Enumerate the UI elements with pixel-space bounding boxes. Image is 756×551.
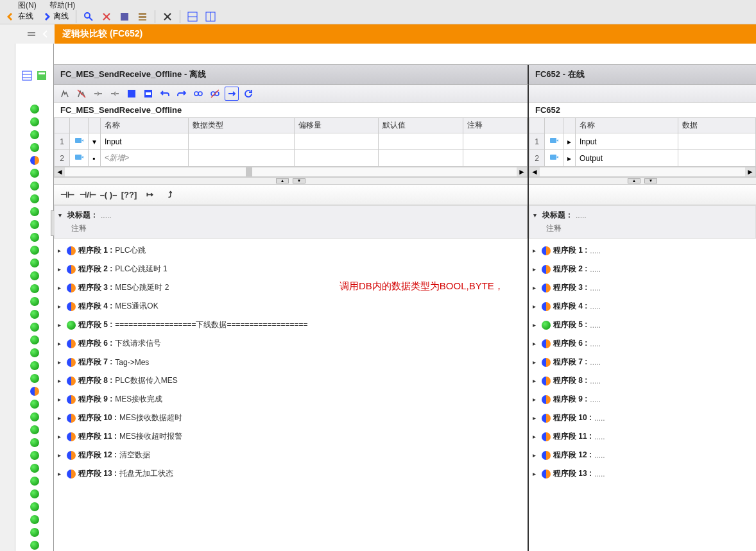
collapse-icon[interactable]: ▾	[58, 212, 65, 219]
lad-contact-nc[interactable]: ⊣/⊢	[78, 187, 98, 203]
table-view-icon[interactable]	[22, 71, 32, 81]
status-dot[interactable]	[30, 412, 39, 421]
expand-icon[interactable]: ▸	[533, 433, 539, 440]
lad-box[interactable]: [??]	[119, 187, 139, 203]
scroll-left-icon[interactable]: ◄	[55, 167, 65, 176]
lad-contact-no[interactable]: ⊣⊢	[58, 187, 77, 203]
expand-icon[interactable]: ▸	[533, 452, 539, 459]
et-btn-6[interactable]	[141, 87, 155, 101]
var-row[interactable]: 1▸Input	[529, 133, 756, 150]
network-row[interactable]: ▸程序段 10 : .....	[529, 409, 756, 427]
expand-icon[interactable]: ▸	[533, 470, 539, 477]
expand-icon[interactable]: ▸	[533, 396, 539, 403]
et-btn-3[interactable]	[91, 87, 105, 101]
scroll-thumb[interactable]	[246, 167, 252, 176]
network-row[interactable]: ▸程序段 2 : PLC心跳延时 1	[54, 260, 528, 278]
expand-icon[interactable]: ▸	[563, 150, 576, 167]
et-btn-5[interactable]	[125, 87, 139, 101]
network-row[interactable]: ▸程序段 7 : .....	[529, 353, 756, 371]
status-dot[interactable]	[30, 323, 39, 332]
expand-icon[interactable]: ▸	[58, 396, 64, 403]
col-name[interactable]: 名称	[576, 118, 678, 133]
network-row[interactable]: ▸程序段 10 : MES接收数据超时	[54, 409, 528, 427]
status-dot[interactable]	[30, 284, 39, 293]
var-row[interactable]: 1▾Input	[55, 133, 528, 150]
expand-icon[interactable]: ▸	[533, 266, 539, 273]
lad-branch[interactable]: ↦	[140, 187, 159, 203]
scroll-left-icon[interactable]: ◄	[529, 167, 540, 176]
layout-btn-2[interactable]	[203, 10, 218, 23]
var-row[interactable]: 2▪<新增>	[55, 150, 528, 167]
splitter[interactable]: ▴▾	[54, 177, 528, 185]
expand-icon[interactable]: ▸	[58, 452, 64, 459]
toolbar-btn-2[interactable]	[99, 10, 114, 23]
detail-view-icon[interactable]	[37, 71, 47, 81]
status-dot[interactable]	[30, 156, 39, 165]
status-dot[interactable]	[30, 489, 39, 498]
toolbar-btn-4[interactable]	[135, 10, 150, 23]
status-dot[interactable]	[30, 182, 39, 191]
network-row[interactable]: ▸程序段 2 : .....	[529, 260, 756, 278]
expand-icon[interactable]: ▸	[533, 284, 539, 291]
et-btn-2[interactable]	[74, 87, 89, 101]
col-name[interactable]: 名称	[101, 118, 189, 133]
status-dot[interactable]	[30, 259, 39, 267]
et-btn-link2[interactable]	[208, 87, 222, 101]
expand-icon[interactable]: ▸	[58, 377, 64, 384]
network-row[interactable]: ▸程序段 5 : .....	[529, 316, 756, 334]
expand-icon[interactable]: ▸	[533, 414, 539, 421]
expand-icon[interactable]: ▸	[58, 303, 64, 310]
network-row[interactable]: ▸程序段 3 : .....	[529, 278, 756, 297]
expand-icon[interactable]: ▸	[58, 340, 64, 347]
expand-icon[interactable]: ▸	[533, 359, 539, 366]
network-row[interactable]: ▸程序段 11 : MES接收超时报警	[54, 427, 528, 446]
hscroll-left[interactable]: ◄ ►	[54, 167, 528, 177]
status-dot[interactable]	[30, 117, 39, 126]
status-dot[interactable]	[30, 438, 39, 447]
network-row[interactable]: ▸程序段 7 : Tag->Mes	[54, 353, 528, 371]
hscroll-right[interactable]: ◄ ►	[529, 167, 756, 177]
status-dot[interactable]	[30, 310, 39, 319]
status-dot[interactable]	[30, 271, 39, 280]
status-dot[interactable]	[30, 400, 39, 409]
network-row[interactable]: ▸程序段 4 : .....	[529, 297, 756, 316]
expand-icon[interactable]: ▾	[89, 133, 101, 150]
expand-icon[interactable]: ▸	[58, 247, 64, 254]
et-btn-4[interactable]	[108, 87, 122, 101]
var-row[interactable]: 2▸Output	[529, 150, 756, 167]
col-dtype[interactable]: 数据类型	[189, 118, 294, 133]
et-btn-undo[interactable]	[158, 87, 172, 101]
network-row[interactable]: ▸程序段 1 : PLC心跳	[54, 241, 528, 260]
go-offline-button[interactable]: 离线	[39, 10, 71, 23]
network-row[interactable]: ▸程序段 4 : MES通讯OK	[54, 297, 528, 316]
expand-icon[interactable]: ▸	[58, 359, 64, 366]
collapse-icon[interactable]: ▾	[533, 212, 540, 219]
layout-btn-1[interactable]	[185, 10, 200, 23]
expand-icon[interactable]: ▸	[533, 377, 539, 384]
status-dot[interactable]	[30, 220, 39, 229]
col-dtype[interactable]: 数据	[678, 118, 756, 133]
menu-item[interactable]: 图(N)	[18, 0, 37, 9]
status-dot[interactable]	[30, 348, 39, 357]
expand-icon[interactable]: ▸	[58, 284, 64, 291]
col-comment[interactable]: 注释	[463, 118, 528, 133]
expand-icon[interactable]: ▸	[533, 303, 539, 310]
status-dot[interactable]	[30, 130, 39, 139]
network-row[interactable]: ▸程序段 6 : 下线请求信号	[54, 334, 528, 353]
status-dot[interactable]	[30, 374, 39, 383]
var-name[interactable]: Output	[576, 150, 678, 167]
expand-icon[interactable]: ▸	[533, 321, 539, 328]
scroll-right-icon[interactable]: ►	[745, 167, 755, 176]
et-btn-refresh[interactable]	[241, 87, 255, 101]
expand-icon[interactable]: ▸	[533, 247, 539, 254]
block-title-section[interactable]: ▾ 块标题： ..... 注释	[54, 205, 528, 239]
menu-item[interactable]: 帮助(H)	[49, 0, 76, 9]
go-online-button[interactable]: 在线	[4, 10, 35, 23]
network-row[interactable]: ▸程序段 9 : .....	[529, 390, 756, 409]
expand-icon[interactable]: ▪	[89, 150, 101, 167]
expand-icon[interactable]: ▸	[58, 433, 64, 440]
status-dot[interactable]	[30, 169, 39, 178]
status-dot[interactable]	[30, 541, 39, 550]
chevron-left-icon[interactable]	[40, 29, 51, 39]
expand-icon[interactable]: ▸	[58, 470, 64, 477]
